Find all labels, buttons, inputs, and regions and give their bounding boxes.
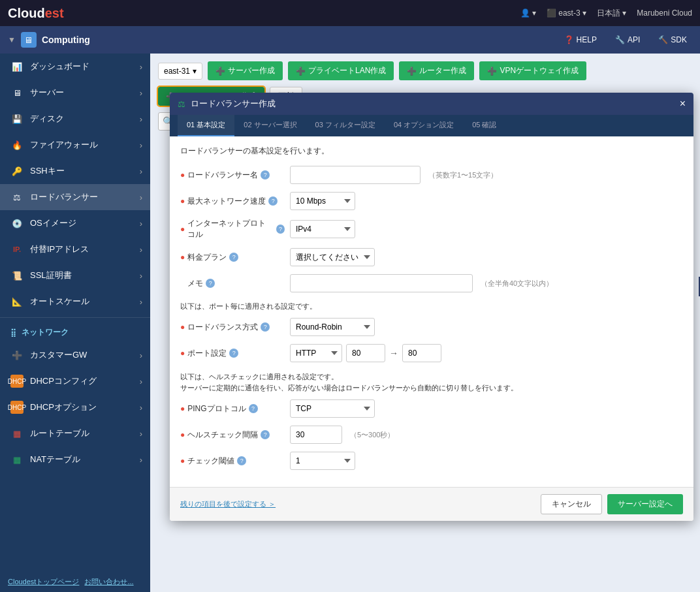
- section-title: Computing: [42, 35, 90, 45]
- form-row-interval: ● ヘルスチェック間隔 ? （5〜300秒）: [180, 426, 683, 444]
- private-lan-button[interactable]: ➕ プライベートLAN作成: [288, 61, 394, 80]
- language-selector[interactable]: 日本語 ▾: [597, 8, 626, 19]
- threshold-select[interactable]: 1 2 3 5 10: [290, 452, 355, 470]
- help-icon-memo[interactable]: ?: [206, 279, 215, 288]
- chevron-down-icon[interactable]: ▼: [8, 35, 16, 44]
- help-icon-port[interactable]: ?: [229, 349, 238, 358]
- sidebar-item-ssl[interactable]: 📜 SSL証明書 ›: [0, 262, 150, 288]
- port-section-desc: 以下は、ポート毎に適用される設定です。: [180, 302, 683, 311]
- chevron-right-icon: ›: [140, 193, 142, 202]
- required-mark: ●: [180, 349, 185, 358]
- logo: Cloudest: [8, 6, 64, 21]
- lb-method-select[interactable]: Round-Robin Least-Connection Source-IP: [290, 318, 375, 336]
- memo-label: ● メモ ?: [180, 278, 285, 289]
- lb-name-input[interactable]: [290, 166, 421, 184]
- sidebar-item-dhcp-option[interactable]: DHCP DHCPオプション ›: [0, 394, 150, 420]
- form-row-max-network: ● 最大ネットワーク速度 ? 10 Mbps 100 Mbps 1 Gbps: [180, 192, 683, 210]
- region-select[interactable]: east-31 ▾: [158, 63, 202, 80]
- disk-icon: 💾: [10, 112, 24, 125]
- footer-link-home[interactable]: Cloudestトップページ: [8, 577, 79, 587]
- api-button[interactable]: 🔧 API: [610, 33, 645, 47]
- cancel-button[interactable]: キャンセル: [541, 494, 602, 514]
- tab-basic[interactable]: 01 基本設定: [178, 115, 234, 136]
- server-icon: 🖥: [10, 86, 24, 99]
- sidebar-item-customer-gw[interactable]: ➕ カスタマーGW ›: [0, 342, 150, 368]
- firewall-icon: 🔥: [10, 138, 24, 151]
- tab-confirm[interactable]: 05 確認: [463, 115, 505, 136]
- help-icon-protocol[interactable]: ?: [276, 225, 285, 234]
- form-row-protocol: ● インターネットプロトコル ? IPv4 IPv6: [180, 218, 683, 240]
- help-icon-interval[interactable]: ?: [261, 430, 270, 439]
- required-mark: ●: [180, 322, 185, 332]
- tab-filter[interactable]: 03 フィルター設定: [306, 115, 385, 136]
- help-icon-lb-method[interactable]: ?: [261, 322, 270, 332]
- vpn-create-button[interactable]: ➕ VPNゲートウェイ作成: [479, 61, 586, 80]
- port-from-input[interactable]: [346, 344, 385, 362]
- help-icon-threshold[interactable]: ?: [237, 456, 246, 465]
- dropdown-icon: ▾: [193, 67, 197, 76]
- ping-protocol-select[interactable]: TCP HTTP HTTPS: [290, 399, 375, 418]
- footer-remaining-link[interactable]: 残りの項目を後で設定する ＞: [180, 499, 276, 509]
- max-network-select[interactable]: 10 Mbps 100 Mbps 1 Gbps: [290, 192, 355, 210]
- router-create-button[interactable]: ➕ ルーター作成: [399, 61, 474, 80]
- sub-header: ▼ 🖥 Computing ❓ HELP 🔧 API 🔨 SDK: [0, 26, 700, 54]
- tab-option[interactable]: 04 オプション設定: [385, 115, 463, 136]
- sidebar-item-autoscale[interactable]: 📐 オートスケール ›: [0, 288, 150, 315]
- chevron-right-icon: ›: [140, 245, 142, 255]
- sidebar-item-route-table[interactable]: ▦ ルートテーブル ›: [0, 420, 150, 446]
- port-to-input[interactable]: [402, 344, 441, 362]
- memo-input[interactable]: [290, 274, 473, 292]
- sidebar-item-osimage[interactable]: 💿 OSイメージ ›: [0, 210, 150, 236]
- price-plan-select-group: 選択してください: [290, 248, 375, 266]
- protocol-select-group: IPv4 IPv6: [290, 220, 355, 238]
- port-protocol-select[interactable]: HTTP HTTPS TCP: [290, 344, 342, 362]
- lb-name-label: ● ロードバランサー名 ?: [180, 170, 285, 181]
- sidebar-item-disk[interactable]: 💾 ディスク ›: [0, 106, 150, 132]
- ping-select-group: TCP HTTP HTTPS: [290, 399, 375, 418]
- sidebar-item-ssh[interactable]: 🔑 SSHキー ›: [0, 158, 150, 184]
- sidebar-item-loadbalancer[interactable]: ⚖ ロードバランサー ›: [0, 184, 150, 210]
- sidebar-item-nat-table[interactable]: ▦ NATテーブル ›: [0, 446, 150, 473]
- price-plan-select[interactable]: 選択してください: [290, 248, 375, 266]
- form-row-memo: ● メモ ? （全半角40文字以内）: [180, 274, 683, 292]
- sidebar-item-floatingip[interactable]: IP. 付替IPアドレス ›: [0, 236, 150, 262]
- form-row-ping: ● PINGプロトコル ? TCP HTTP HTTPS: [180, 399, 683, 418]
- company-name: Marubeni Cloud: [637, 8, 692, 18]
- form-row-lb-method: ● ロードバランス方式 ? Round-Robin Least-Connecti…: [180, 318, 683, 336]
- help-button[interactable]: ❓ HELP: [559, 33, 602, 47]
- form-row-port: ● ポート設定 ? HTTP HTTPS TCP →: [180, 344, 683, 362]
- interval-input[interactable]: [290, 426, 342, 444]
- form-row-lb-name: ● ロードバランサー名 ? （英数字1〜15文字）: [180, 166, 683, 184]
- interval-label: ● ヘルスチェック間隔 ?: [180, 429, 285, 441]
- sdk-button[interactable]: 🔨 SDK: [653, 33, 692, 47]
- footer-link-contact[interactable]: お問い合わせ...: [84, 577, 133, 587]
- sidebar-item-dhcp-config[interactable]: DHCP DHCPコンフィグ ›: [0, 368, 150, 394]
- sidebar-item-server[interactable]: 🖥 サーバー ›: [0, 80, 150, 106]
- chevron-right-icon: ›: [140, 166, 142, 176]
- plus-icon: ➕: [407, 67, 417, 76]
- form-row-price-plan: ● 料金プラン ? 選択してください: [180, 248, 683, 266]
- sidebar-item-dashboard[interactable]: 📊 ダッシュボード ›: [0, 54, 150, 80]
- chevron-right-icon: ›: [140, 351, 142, 360]
- floatingip-icon: IP.: [10, 243, 24, 256]
- help-icon-price[interactable]: ?: [229, 253, 238, 262]
- modal-body: ロードバランサーの基本設定を行います。 ● ロードバランサー名 ? （英数字1〜…: [170, 136, 693, 487]
- next-button[interactable]: サーバー設定へ: [607, 494, 683, 514]
- plus-icon: ➕: [487, 67, 497, 76]
- user-icon[interactable]: 👤 ▾: [520, 8, 536, 18]
- help-icon-network[interactable]: ?: [268, 196, 278, 206]
- protocol-select[interactable]: IPv4 IPv6: [290, 220, 355, 238]
- sidebar-item-firewall[interactable]: 🔥 ファイアウォール ›: [0, 132, 150, 158]
- chevron-right-icon: ›: [140, 297, 142, 307]
- modal-header-left: ⚖ ロードバランサー作成: [178, 98, 276, 110]
- modal-close-button[interactable]: ×: [680, 99, 686, 109]
- server-create-button[interactable]: ➕ サーバー作成: [208, 61, 283, 80]
- sdk-icon: 🔨: [658, 35, 668, 44]
- content-area: east-31 ▾ ➕ サーバー作成 ➕ プライベートLAN作成 ➕ ルーター作…: [150, 54, 700, 592]
- region-selector[interactable]: ⬛ east-3 ▾: [547, 8, 586, 18]
- tab-server[interactable]: 02 サーバー選択: [234, 115, 306, 136]
- chevron-right-icon: ›: [140, 403, 142, 413]
- help-icon-lb-name[interactable]: ?: [261, 170, 270, 179]
- network-section-header[interactable]: ⣿ ネットワーク: [0, 320, 150, 342]
- help-icon-ping[interactable]: ?: [249, 404, 258, 413]
